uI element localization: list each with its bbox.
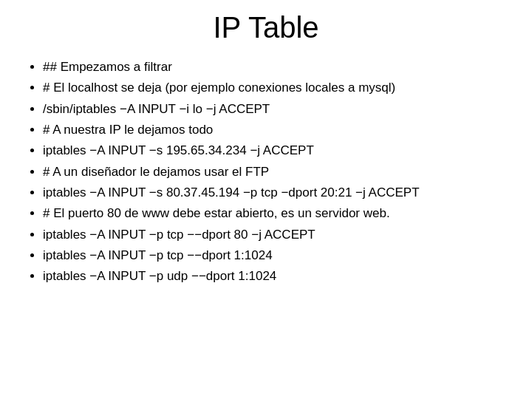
list-item: # A nuestra IP le dejamos todo <box>43 120 510 140</box>
content-list: ## Empezamos a filtrar# El localhost se … <box>22 58 510 288</box>
list-item: /sbin/iptables −A INPUT −i lo −j ACCEPT <box>43 100 510 119</box>
list-item: iptables −A INPUT −p tcp −−dport 80 −j A… <box>43 225 510 245</box>
list-item: ## Empezamos a filtrar <box>43 58 510 77</box>
list-item: # El localhost se deja (por ejemplo cone… <box>43 78 510 98</box>
page-title: IP Table <box>22 7 510 44</box>
list-item: iptables −A INPUT −p tcp −−dport 1:1024 <box>43 246 510 265</box>
list-item: iptables −A INPUT −p udp −−dport 1:1024 <box>43 267 510 286</box>
list-item: iptables −A INPUT −s 195.65.34.234 −j AC… <box>43 141 510 160</box>
list-item: # A un diseñador le dejamos usar el FTP <box>43 163 510 182</box>
page-container: IP Table ## Empezamos a filtrar# El loca… <box>0 0 532 399</box>
list-item: # El puerto 80 de www debe estar abierto… <box>43 204 510 223</box>
list-item: iptables −A INPUT −s 80.37.45.194 −p tcp… <box>43 183 510 202</box>
